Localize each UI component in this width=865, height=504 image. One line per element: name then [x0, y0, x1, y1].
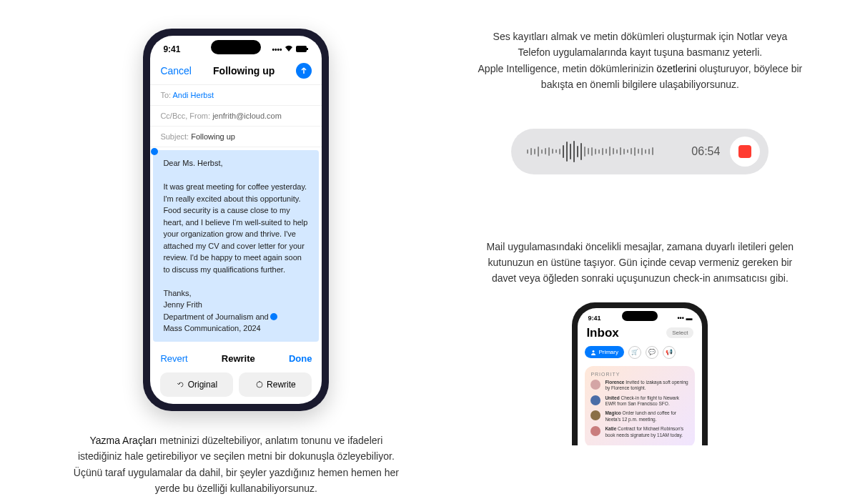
- send-button[interactable]: [296, 63, 312, 79]
- priority-mail-item[interactable]: United Check-in for flight to Newark EWR…: [590, 395, 689, 407]
- status-icons: ••• ▬: [677, 315, 692, 322]
- compose-nav-bar: Cancel Following up: [150, 57, 322, 85]
- signal-icon: ••••: [272, 46, 282, 54]
- selection-handle-start[interactable]: [151, 148, 158, 155]
- phone-notch: [211, 40, 261, 54]
- person-icon: [590, 350, 596, 355]
- tab-promotions[interactable]: 📢: [663, 346, 676, 359]
- priority-mail-caption: Mail uygulamasındaki öncelikli mesajlar,…: [483, 239, 797, 287]
- writing-tools-caption: Yazma Araçları metninizi düzeltebiliyor,…: [71, 433, 400, 497]
- audio-recorder: 06:54: [511, 129, 768, 174]
- cancel-button[interactable]: Cancel: [160, 65, 192, 76]
- priority-mail-item[interactable]: Magico Order lunch and coffee for Neeta'…: [590, 410, 689, 423]
- svg-point-2: [257, 382, 262, 387]
- cc-field[interactable]: Cc/Bcc, From: jenfrith@icloud.com: [150, 106, 322, 127]
- stop-icon: [738, 145, 751, 158]
- priority-label: PRIORITY: [590, 372, 689, 377]
- inbox-tabs: Primary 🛒 💬 📢: [578, 343, 702, 362]
- inbox-title: Inbox: [586, 326, 618, 340]
- waveform: [527, 139, 681, 164]
- mail-body-selection[interactable]: Dear Ms. Herbst, It was great meeting fo…: [153, 150, 319, 342]
- rewrite-button[interactable]: Rewrite: [239, 372, 312, 397]
- cc-value: jenfrith@icloud.com: [212, 112, 282, 120]
- done-button[interactable]: Done: [289, 353, 312, 364]
- rewrite-action-row: Revert Rewrite Done: [150, 345, 322, 372]
- cc-label: Cc/Bcc, From:: [160, 112, 210, 120]
- phone-mockup-mail-compose: 9:41 •••• Cancel Following up: [143, 29, 329, 411]
- audio-transcription-caption: Ses kayıtları almak ve metin dökümleri o…: [475, 29, 804, 93]
- select-button[interactable]: Select: [666, 327, 693, 338]
- to-field[interactable]: To: Andi Herbst: [150, 85, 322, 106]
- mail-summary: Florence Invited to izakaya soft opening…: [605, 380, 689, 392]
- to-value: Andi Herbst: [173, 91, 214, 99]
- avatar: [590, 395, 600, 405]
- phone-notch: [622, 311, 658, 321]
- rewrite-label: Rewrite: [222, 353, 255, 364]
- avatar: [590, 380, 600, 390]
- status-time: 9:41: [588, 315, 600, 322]
- mail-summary: Magico Order lunch and coffee for Neeta'…: [605, 410, 689, 423]
- tab-transactions[interactable]: 🛒: [628, 346, 641, 359]
- status-icons: ••••: [272, 45, 309, 54]
- compose-title: Following up: [213, 65, 275, 76]
- mail-summary: Katie Contract for Michael Robinson's bo…: [605, 426, 689, 438]
- subject-value: Following up: [191, 132, 235, 141]
- tab-primary[interactable]: Primary: [585, 346, 624, 358]
- priority-section: PRIORITY Florence Invited to izakaya sof…: [585, 366, 695, 445]
- selection-handle-end[interactable]: [270, 313, 277, 320]
- avatar: [590, 410, 600, 420]
- to-label: To:: [160, 91, 171, 99]
- tab-updates[interactable]: 💬: [646, 346, 658, 359]
- status-time: 9:41: [163, 44, 180, 54]
- battery-icon: [296, 46, 309, 54]
- rewrite-icon: [255, 380, 264, 389]
- stop-record-button[interactable]: [730, 137, 760, 167]
- avatar: [590, 426, 600, 436]
- revert-button[interactable]: Revert: [160, 353, 187, 364]
- svg-rect-0: [296, 46, 307, 52]
- original-button[interactable]: Original: [160, 372, 233, 397]
- mail-summary: United Check-in for flight to Newark EWR…: [605, 395, 689, 407]
- svg-rect-1: [307, 48, 308, 50]
- priority-mail-item[interactable]: Katie Contract for Michael Robinson's bo…: [590, 426, 689, 438]
- subject-label: Subject:: [160, 132, 189, 141]
- mail-body-text: Dear Ms. Herbst, It was great meeting fo…: [163, 157, 309, 335]
- undo-icon: [177, 380, 185, 389]
- priority-mail-item[interactable]: Florence Invited to izakaya soft opening…: [590, 380, 689, 392]
- svg-point-3: [593, 350, 595, 352]
- subject-field[interactable]: Subject: Following up: [150, 127, 322, 147]
- recording-time: 06:54: [691, 145, 720, 158]
- phone-mockup-mail-inbox: 9:41 ••• ▬ Inbox Select Primary 🛒 💬 📢: [572, 302, 708, 445]
- wifi-icon: [285, 45, 293, 54]
